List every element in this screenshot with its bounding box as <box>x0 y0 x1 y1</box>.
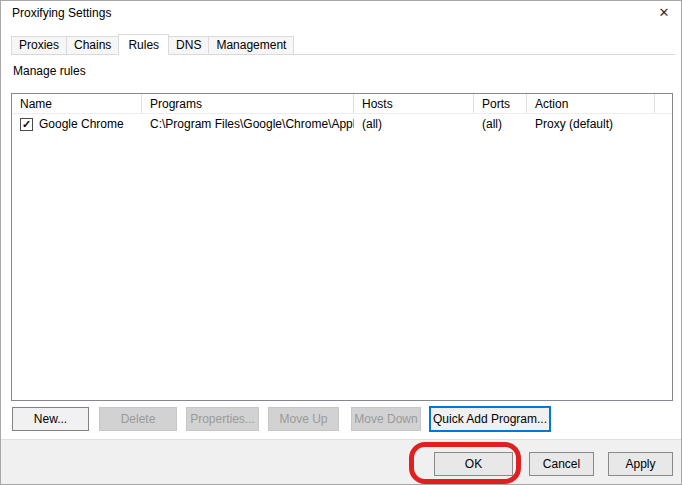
column-header-ports[interactable]: Ports <box>474 94 527 113</box>
rule-name-cell: ✓ Google Chrome <box>12 117 142 131</box>
rule-ports: (all) <box>474 117 527 131</box>
rule-programs: C:\Program Files\Google\Chrome\Appl... <box>142 117 354 131</box>
column-header-hosts[interactable]: Hosts <box>354 94 474 113</box>
rules-list[interactable]: Name Programs Hosts Ports Action ✓ Googl… <box>11 93 673 401</box>
checkmark-icon: ✓ <box>22 119 31 130</box>
column-header-filler <box>655 94 672 113</box>
tab-management[interactable]: Management <box>208 36 294 54</box>
rule-hosts: (all) <box>354 117 474 131</box>
properties-button[interactable]: Properties... <box>186 407 259 431</box>
cancel-button[interactable]: Cancel <box>529 452 594 476</box>
quick-add-program-button[interactable]: Quick Add Program... <box>429 406 551 432</box>
rule-row[interactable]: ✓ Google Chrome C:\Program Files\Google\… <box>12 114 672 134</box>
move-down-button[interactable]: Move Down <box>351 407 421 431</box>
proxifier-settings-window: Proxifying Settings ✕ Proxies Chains Rul… <box>0 0 682 485</box>
tab-chains[interactable]: Chains <box>66 36 119 54</box>
apply-button[interactable]: Apply <box>608 452 673 476</box>
window-title: Proxifying Settings <box>12 6 111 20</box>
new-button[interactable]: New... <box>12 407 89 431</box>
column-header-programs[interactable]: Programs <box>142 94 354 113</box>
rules-list-header: Name Programs Hosts Ports Action <box>12 94 672 114</box>
tab-rules[interactable]: Rules <box>118 34 169 55</box>
column-header-name[interactable]: Name <box>12 94 142 113</box>
close-icon[interactable]: ✕ <box>655 4 673 22</box>
dialog-footer: OK Cancel Apply <box>1 439 681 484</box>
tab-proxies[interactable]: Proxies <box>11 36 67 54</box>
rule-name: Google Chrome <box>39 117 124 131</box>
rule-action: Proxy (default) <box>527 117 655 131</box>
move-up-button[interactable]: Move Up <box>268 407 339 431</box>
manage-rules-label: Manage rules <box>13 64 86 78</box>
rule-enabled-checkbox[interactable]: ✓ <box>20 118 33 131</box>
delete-button[interactable]: Delete <box>99 407 177 431</box>
ok-button[interactable]: OK <box>434 452 513 476</box>
column-header-action[interactable]: Action <box>527 94 655 113</box>
tab-dns[interactable]: DNS <box>168 36 209 54</box>
tab-strip: Proxies Chains Rules DNS Management <box>11 34 675 55</box>
